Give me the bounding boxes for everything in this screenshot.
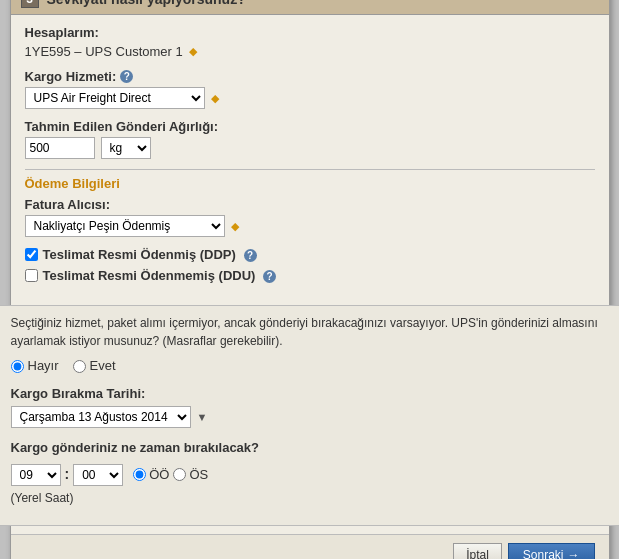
weight-row: kg lb: [25, 137, 595, 159]
cargo-service-diamond-icon: ◆: [211, 92, 219, 105]
accounts-label: Hesaplarım:: [25, 25, 595, 40]
ampm-oo-label[interactable]: ÖÖ: [149, 465, 169, 485]
billing-row: Nakliyatçı Peşin Ödenmiş Alıcı Öder Üçün…: [25, 215, 595, 237]
drop-date-label: Kargo Bırakma Tarihi:: [11, 384, 609, 404]
accounts-section: Hesaplarım: 1YE595 – UPS Customer 1 ◆: [25, 25, 595, 59]
radio-yes-label[interactable]: Evet: [90, 356, 116, 376]
diamond-icon: ◆: [189, 45, 197, 58]
cancel-button[interactable]: İptal: [453, 543, 502, 559]
ampm-os-label[interactable]: ÖS: [189, 465, 208, 485]
cargo-service-section: Kargo Hizmeti: ? UPS Air Freight Direct …: [25, 69, 595, 109]
cargo-service-label-text: Kargo Hizmeti:: [25, 69, 117, 84]
ampm-oo-option: ÖÖ: [133, 465, 169, 485]
billing-diamond-icon: ◆: [231, 220, 239, 233]
weight-section: Tahmin Edilen Gönderi Ağırlığı: kg lb: [25, 119, 595, 159]
time-colon: :: [65, 464, 70, 485]
section-divider: [25, 169, 595, 170]
billing-select[interactable]: Nakliyatçı Peşin Ödenmiş Alıcı Öder Üçün…: [25, 215, 225, 237]
ddu-checkbox[interactable]: [25, 269, 38, 282]
account-row: 1YE595 – UPS Customer 1 ◆: [25, 44, 595, 59]
ampm-os-option: ÖS: [173, 465, 208, 485]
billing-label-text: Fatura Alıcısı:: [25, 197, 110, 212]
account-value: 1YE595 – UPS Customer 1: [25, 44, 183, 59]
ddp-checkbox[interactable]: [25, 248, 38, 261]
pickup-radio-row: Hayır Evet: [11, 356, 609, 376]
info-section: Seçtiğiniz hizmet, paket alımı içermiyor…: [0, 305, 619, 526]
weight-label: Tahmin Edilen Gönderi Ağırlığı:: [25, 119, 595, 134]
dialog-footer: İptal Sonraki →: [11, 534, 609, 559]
ddp-row: Teslimat Resmi Ödenmiş (DDP) ?: [25, 247, 595, 262]
next-arrow-icon: →: [568, 548, 580, 559]
payment-title: Ödeme Bilgileri: [25, 176, 595, 191]
ddu-label[interactable]: Teslimat Resmi Ödenmemiş (DDU) ?: [43, 268, 277, 283]
dialog-body: Hesaplarım: 1YE595 – UPS Customer 1 ◆ Ka…: [11, 15, 609, 297]
ddp-info-icon[interactable]: ?: [244, 249, 257, 262]
dialog-title: Sevkiyatı nasıl yapıyorsunuz?: [47, 0, 246, 7]
weight-label-text: Tahmin Edilen Gönderi Ağırlığı:: [25, 119, 219, 134]
time-row: 09 10 11 12 : 00 15 30 45 ÖÖ: [11, 464, 609, 486]
cargo-service-row: UPS Air Freight Direct UPS Freight Direc…: [25, 87, 595, 109]
ddp-label[interactable]: Teslimat Resmi Ödenmiş (DDP) ?: [43, 247, 257, 262]
radio-no-label[interactable]: Hayır: [28, 356, 59, 376]
shipping-dialog: 3 Sevkiyatı nasıl yapıyorsunuz? Hesaplar…: [10, 0, 610, 559]
unit-select[interactable]: kg lb: [101, 137, 151, 159]
drop-time-label: Kargo gönderiniz ne zaman bırakılacak?: [11, 438, 609, 458]
step-badge: 3: [21, 0, 39, 8]
billing-label: Fatura Alıcısı:: [25, 197, 595, 212]
billing-section: Fatura Alıcısı: Nakliyatçı Peşin Ödenmiş…: [25, 197, 595, 237]
drop-date-row: Çarşamba 13 Ağustos 2014 ▼: [11, 406, 609, 428]
radio-no[interactable]: [11, 360, 24, 373]
local-time-text: (Yerel Saat): [11, 489, 609, 507]
dialog-header: 3 Sevkiyatı nasıl yapıyorsunuz?: [11, 0, 609, 15]
drop-date-arrow: ▼: [197, 409, 208, 426]
ddu-row: Teslimat Resmi Ödenmemiş (DDU) ?: [25, 268, 595, 283]
minute-select[interactable]: 00 15 30 45: [73, 464, 123, 486]
next-button-label: Sonraki: [523, 548, 564, 559]
radio-yes[interactable]: [73, 360, 86, 373]
info-text: Seçtiğiniz hizmet, paket alımı içermiyor…: [11, 316, 598, 348]
radio-oo[interactable]: [133, 468, 146, 481]
weight-input[interactable]: [25, 137, 95, 159]
next-button[interactable]: Sonraki →: [508, 543, 595, 559]
ddu-info-icon[interactable]: ?: [263, 270, 276, 283]
drop-date-select[interactable]: Çarşamba 13 Ağustos 2014: [11, 406, 191, 428]
radio-no-option: Hayır: [11, 356, 59, 376]
radio-os[interactable]: [173, 468, 186, 481]
cargo-service-select[interactable]: UPS Air Freight Direct UPS Freight Direc…: [25, 87, 205, 109]
cargo-service-info-icon[interactable]: ?: [120, 70, 133, 83]
drop-date-section: Kargo Bırakma Tarihi: Çarşamba 13 Ağusto…: [11, 384, 609, 429]
cargo-service-label: Kargo Hizmeti: ?: [25, 69, 595, 84]
radio-yes-option: Evet: [73, 356, 116, 376]
hour-select[interactable]: 09 10 11 12: [11, 464, 61, 486]
drop-time-section: Kargo gönderiniz ne zaman bırakılacak? 0…: [11, 438, 609, 507]
